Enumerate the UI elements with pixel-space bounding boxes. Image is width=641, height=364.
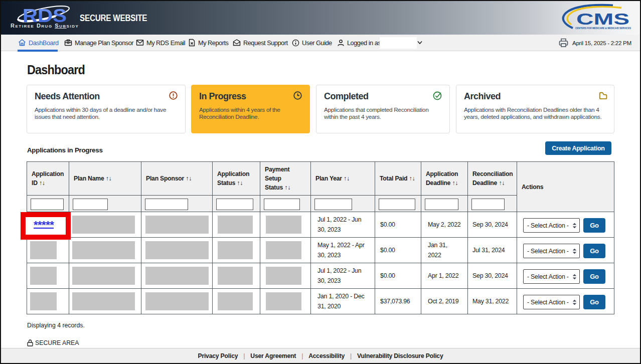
- svg-text:CENTERS FOR MEDICARE & MEDICAI: CENTERS FOR MEDICARE & MEDICAID SERVICES: [575, 27, 631, 30]
- svg-text:CMS: CMS: [576, 10, 629, 28]
